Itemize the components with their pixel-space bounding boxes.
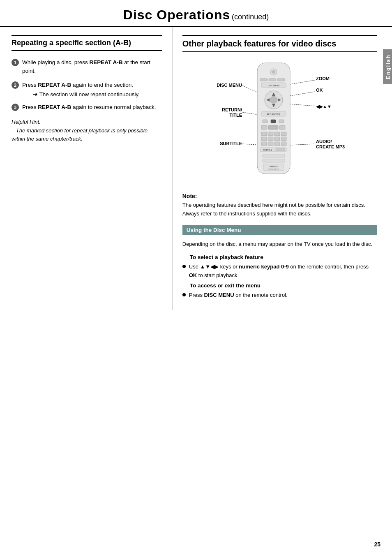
english-tab: English xyxy=(383,49,392,84)
ok-label: OK xyxy=(316,88,323,92)
svg-rect-39 xyxy=(274,142,280,146)
svg-point-16 xyxy=(270,96,277,104)
svg-rect-29 xyxy=(261,132,267,136)
return-title-label: RETURN/ xyxy=(222,107,242,112)
svg-rect-34 xyxy=(268,137,273,141)
svg-rect-36 xyxy=(281,137,286,141)
to-select-text: Use ▲▼◀▶ keys or numeric keypad 0-9 on t… xyxy=(189,263,377,280)
step-2-number: 2 xyxy=(12,81,19,89)
to-select-title: To select a playback feature xyxy=(190,254,377,260)
svg-line-4 xyxy=(290,92,315,96)
page-title-continued: (continued) xyxy=(232,13,269,21)
page-header: Disc Operations (continued) xyxy=(0,0,392,27)
zoom-label: ZOOM xyxy=(316,76,330,81)
left-section-title: Repeating a specific section (A-B) xyxy=(12,35,162,51)
svg-rect-45 xyxy=(263,159,285,162)
svg-rect-11 xyxy=(269,79,276,81)
svg-rect-38 xyxy=(268,142,273,146)
svg-rect-25 xyxy=(279,120,284,123)
right-section-title: Other playback features for video discs xyxy=(182,35,377,52)
svg-rect-10 xyxy=(260,79,267,81)
svg-rect-35 xyxy=(274,137,280,141)
svg-rect-12 xyxy=(277,79,285,81)
svg-point-9 xyxy=(272,70,275,74)
svg-rect-37 xyxy=(261,142,267,146)
svg-rect-28 xyxy=(279,125,285,130)
step-3: 3 Press REPEAT A-B again to resume norma… xyxy=(12,103,162,111)
step-2-arrow: ➔ The section will now repeat continuous… xyxy=(33,91,140,97)
bullet-dot-1 xyxy=(182,265,186,268)
disc-menu-label: DISC MENU xyxy=(217,83,242,88)
step-3-number: 3 xyxy=(12,104,19,111)
svg-text:RETURN/TITLE: RETURN/TITLE xyxy=(267,113,280,116)
bullet-dot-2 xyxy=(182,293,186,296)
step-1-number: 1 xyxy=(12,59,19,66)
right-column: Other playback features for video discs … xyxy=(173,27,392,310)
svg-rect-44 xyxy=(263,154,285,157)
nav-label: ◀▶▲▼ xyxy=(316,104,332,109)
note-box: Note: The operating features described h… xyxy=(182,193,377,218)
main-content: Repeating a specific section (A-B) 1 Whi… xyxy=(0,27,392,310)
svg-rect-24 xyxy=(271,120,276,123)
to-access-text: Press DISC MENU on the remote control. xyxy=(189,291,288,300)
svg-line-5 xyxy=(290,104,315,106)
helpful-hint: Helpful Hint: – The marked section for r… xyxy=(12,119,162,143)
step-1-text: While playing a disc, press REPEAT A-B a… xyxy=(22,58,162,75)
svg-line-3 xyxy=(290,80,315,84)
hint-text: – The marked section for repeat playback… xyxy=(12,127,162,143)
audio-label: AUDIO/ xyxy=(316,139,332,144)
svg-text:PHILIPS: PHILIPS xyxy=(270,165,278,168)
svg-rect-27 xyxy=(268,125,278,130)
step-3-text: Press REPEAT A-B again to resume normal … xyxy=(22,103,156,111)
return-title-label2: TITLE xyxy=(229,113,242,118)
svg-text:SUBTITLE: SUBTITLE xyxy=(263,149,272,151)
to-access-bullet: Press DISC MENU on the remote control. xyxy=(182,291,377,300)
svg-rect-30 xyxy=(268,132,273,136)
disc-menu-intro: Depending on the disc, a menu may appear… xyxy=(182,240,377,249)
page-number: 25 xyxy=(374,541,380,548)
note-title: Note: xyxy=(182,193,377,199)
svg-text:DISC MENU: DISC MENU xyxy=(268,84,279,87)
remote-svg: DISC MENU RETURN/ TITLE SUBTITLE ZOOM OK… xyxy=(210,59,350,186)
svg-rect-33 xyxy=(261,137,267,141)
to-access-title: To access or exit the menu xyxy=(190,282,377,289)
svg-rect-43 xyxy=(276,148,285,151)
hint-title: Helpful Hint: xyxy=(12,119,162,125)
svg-line-6 xyxy=(290,144,315,145)
create-mp3-label: CREATE MP3 xyxy=(316,144,345,149)
svg-text:DVD PLAYER: DVD PLAYER xyxy=(268,168,279,170)
remote-diagram: DISC MENU RETURN/ TITLE SUBTITLE ZOOM OK… xyxy=(182,59,377,186)
remote-svg-container: DISC MENU RETURN/ TITLE SUBTITLE ZOOM OK… xyxy=(182,59,377,186)
svg-rect-23 xyxy=(263,120,267,123)
disc-menu-header: Using the Disc Menu xyxy=(182,225,377,235)
step-2-text: Press REPEAT A-B again to end the sectio… xyxy=(22,81,140,97)
svg-rect-31 xyxy=(274,132,280,136)
step-1: 1 While playing a disc, press REPEAT A-B… xyxy=(12,58,162,75)
svg-rect-32 xyxy=(281,132,286,136)
to-select-bullet: Use ▲▼◀▶ keys or numeric keypad 0-9 on t… xyxy=(182,263,377,280)
page-title-main: Disc Operations xyxy=(123,7,230,22)
subtitle-label: SUBTITLE xyxy=(220,141,242,146)
svg-rect-40 xyxy=(281,142,286,146)
svg-rect-26 xyxy=(261,125,267,130)
note-text: The operating features described here mi… xyxy=(182,201,377,218)
step-2: 2 Press REPEAT A-B again to end the sect… xyxy=(12,81,162,97)
left-column: Repeating a specific section (A-B) 1 Whi… xyxy=(0,27,173,310)
